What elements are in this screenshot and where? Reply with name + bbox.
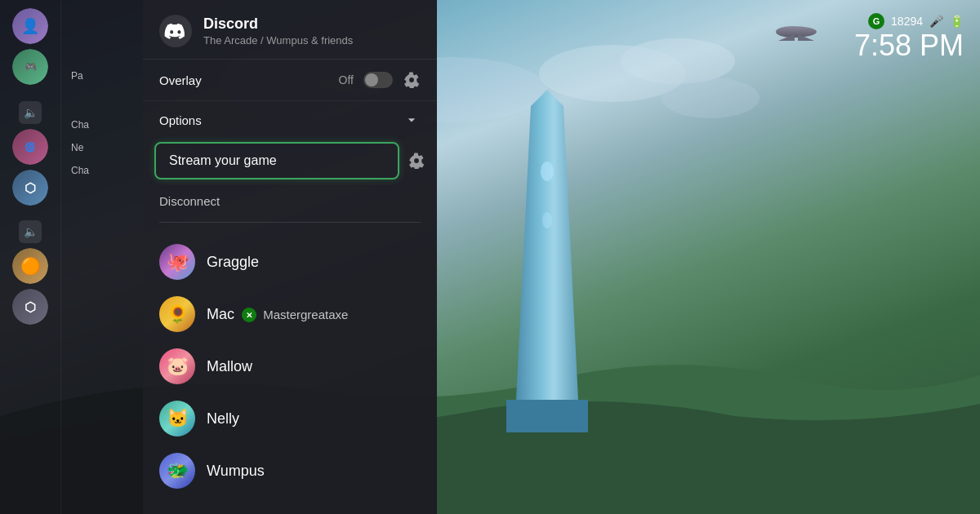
member-item-nelly[interactable]: 🐱Nelly [143,392,437,445]
avatar-nelly: 🐱 [159,401,195,436]
member-name-wumpus: Wumpus [207,463,265,480]
sidebar-item-ne[interactable]: Ne [68,137,136,158]
avatar-2: 🎮 [12,49,48,85]
volume-icon-2[interactable]: 🔈 [19,220,42,243]
member-item-graggle[interactable]: 🐙Graggle [143,236,437,288]
sidebar-avatar-4[interactable]: ⬡ [12,170,48,206]
avatar-1: 👤 [12,8,48,44]
member-name-graggle: Graggle [207,254,259,271]
avatar-6: ⬡ [12,289,48,325]
member-item-mallow[interactable]: 🐷Mallow [143,340,437,392]
battery-icon: 🔋 [950,15,964,28]
svg-rect-6 [506,400,588,432]
member-name-mac: Mac ✕ Mastergreataxe [207,306,348,323]
stream-gear-icon[interactable] [408,152,425,170]
stream-game-button[interactable]: Stream your game [154,142,399,179]
discord-panel: Discord The Arcade / Wumpus & friends Ov… [143,0,437,514]
xbox-icon: ✕ [242,308,256,322]
avatar-graggle: 🐙 [159,244,195,280]
avatar-wumpus: 🐲 [159,453,195,489]
sidebar-item-cha1[interactable]: Cha [68,114,136,135]
sidebar-text-column: Pa Cha Ne Cha [61,0,143,514]
member-item-wumpus[interactable]: 🐲Wumpus [143,445,437,497]
svg-text:✕: ✕ [246,311,252,320]
sidebar-avatar-5[interactable]: 🟠 [12,248,48,284]
overlay-gear-icon[interactable] [403,71,421,89]
avatar-3: 🌀 [12,129,48,165]
sidebar-icon-column: 👤 🎮 🔈 🌀 ⬡ 🔈 🟠 ⬡ [0,0,61,514]
avatar-mallow: 🐷 [159,348,195,384]
toggle-knob [365,73,378,86]
disconnect-button[interactable]: Disconnect [159,194,220,208]
avatar-mac: 🌻 [159,296,195,332]
overlay-toggle[interactable] [363,72,393,88]
member-item-mac[interactable]: 🌻Mac ✕ Mastergreataxe [143,288,437,340]
g-icon: G [868,13,884,29]
discord-logo-icon [159,15,192,47]
overlay-label: Overlay [159,73,202,87]
mic-icon: 🎤 [929,15,943,28]
member-name-nelly: Nelly [207,410,239,428]
overlay-controls: Off [339,71,421,89]
sidebar-avatar-2[interactable]: 🎮 [12,49,48,85]
sidebar-item-pa[interactable]: Pa [68,65,136,86]
spaceship [772,23,821,41]
discord-header-text: Discord The Arcade / Wumpus & friends [203,16,421,47]
sidebar-item-cha2[interactable]: Cha [68,160,136,181]
members-list: 🐙Graggle🌻Mac ✕ Mastergreataxe🐷Mallow🐱Nel… [143,229,437,514]
avatar-4: ⬡ [12,170,48,206]
sidebar: 👤 🎮 🔈 🌀 ⬡ 🔈 🟠 ⬡ Pa Cha Ne Cha [0,0,143,514]
discord-title: Discord [203,16,421,33]
options-row[interactable]: Options [143,101,437,139]
tower [474,90,621,432]
sidebar-avatar-6[interactable]: ⬡ [12,289,48,325]
sidebar-avatar-1[interactable]: 👤 [12,8,48,44]
disconnect-area: Disconnect [143,186,437,215]
svg-point-7 [541,162,554,181]
hud-time: 7:58 PM [854,31,964,60]
avatar-5: 🟠 [12,248,48,284]
stream-btn-area: Stream your game [143,139,437,186]
svg-point-8 [542,212,552,228]
options-label: Options [159,113,202,127]
svg-point-5 [662,78,760,118]
sidebar-avatar-3[interactable]: 🌀 [12,129,48,165]
hud: G 18294 🎤 🔋 7:58 PM [854,13,964,60]
overlay-row: Overlay Off [143,60,437,101]
discord-subtitle: The Arcade / Wumpus & friends [203,34,421,47]
divider [159,222,421,223]
member-name-mallow: Mallow [207,358,252,375]
hud-score: 18294 [891,15,923,28]
discord-header: Discord The Arcade / Wumpus & friends [143,0,437,60]
overlay-state: Off [339,73,354,86]
svg-point-4 [621,38,735,84]
volume-icon-1[interactable]: 🔈 [19,101,42,124]
chevron-down-icon[interactable] [403,111,421,129]
